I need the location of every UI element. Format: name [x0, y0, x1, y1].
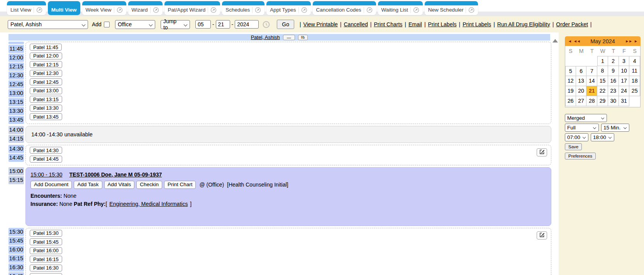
- prev-arrow-icon[interactable]: ◄: [568, 39, 571, 43]
- slot-button[interactable]: Patel 16:15: [30, 256, 62, 263]
- help-icon[interactable]: [252, 7, 261, 13]
- print-chart-button[interactable]: Print Chart: [164, 181, 196, 189]
- tab-week-view[interactable]: Week View: [82, 1, 126, 15]
- slot-button[interactable]: Patel 11:45: [30, 44, 62, 51]
- slot-button[interactable]: Patel 13:45: [30, 113, 62, 120]
- help-icon[interactable]: [150, 7, 159, 13]
- slot-button[interactable]: Patel 16:45: [30, 273, 62, 275]
- referring-physician-link[interactable]: Engineering, Medical Informatics: [109, 201, 188, 207]
- calendar-day-1[interactable]: 1: [597, 56, 608, 66]
- calendar-day-16[interactable]: 16: [608, 76, 619, 86]
- save-button[interactable]: Save: [565, 143, 582, 150]
- link-print-labels[interactable]: Print Labels: [428, 21, 457, 27]
- calendar-day-19[interactable]: 19: [565, 86, 576, 96]
- calendar-day-23[interactable]: 23: [608, 86, 619, 96]
- calendar-day-12[interactable]: 12: [565, 76, 576, 86]
- calendar-day-28[interactable]: 28: [586, 96, 597, 106]
- link-email[interactable]: Email: [408, 21, 422, 27]
- help-icon[interactable]: [34, 7, 42, 13]
- add-vitals-button[interactable]: Add Vitals: [104, 181, 135, 189]
- calendar-day-6[interactable]: 6: [576, 66, 587, 76]
- calendar-day-15[interactable]: 15: [597, 76, 608, 86]
- tab-appt-types[interactable]: Appt Types: [266, 1, 310, 15]
- year-input[interactable]: [235, 20, 259, 29]
- view-mode-select[interactable]: Merged: [565, 114, 607, 122]
- calendar-day-20[interactable]: 20: [576, 86, 587, 96]
- calendar-day-17[interactable]: 17: [619, 76, 630, 86]
- tab-multi-view[interactable]: Multi View: [48, 1, 80, 15]
- calendar-day-30[interactable]: 30: [608, 96, 619, 106]
- slot-button[interactable]: Patel 14:45: [30, 156, 62, 163]
- jump-to-select[interactable]: Jump to: [161, 20, 190, 29]
- add-document-button[interactable]: Add Document: [31, 181, 72, 189]
- tab-wizard[interactable]: Wizard: [128, 1, 163, 15]
- calendar-day-26[interactable]: 26: [565, 96, 576, 106]
- calendar-day-14[interactable]: 14: [586, 76, 597, 86]
- calendar-day-29[interactable]: 29: [597, 96, 608, 106]
- link-order-packet[interactable]: Order Packet: [556, 21, 588, 27]
- provider-header-link[interactable]: Patel, Ashish: [251, 34, 280, 40]
- calendar-day-9[interactable]: 9: [608, 66, 619, 76]
- link-view-printable[interactable]: View Printable: [303, 21, 338, 27]
- patient-link[interactable]: TEST-10006 Doe, Jane M 05-09-1937: [69, 171, 162, 178]
- next-arrow-icon[interactable]: ►: [634, 39, 637, 43]
- month-input[interactable]: [195, 20, 211, 29]
- start-time-select[interactable]: 07:00: [565, 133, 588, 141]
- tab-list-view[interactable]: List View: [7, 1, 46, 15]
- tab-schedules[interactable]: Schedules: [222, 1, 264, 15]
- next-double-arrow-icon[interactable]: ►►: [625, 39, 632, 43]
- slot-button[interactable]: Patel 14:30: [30, 147, 62, 154]
- slot-button[interactable]: Patel 13:30: [30, 105, 62, 112]
- calendar-day-8[interactable]: 8: [597, 66, 608, 76]
- help-icon[interactable]: [114, 7, 123, 13]
- tab-new-scheduler[interactable]: New Scheduler: [425, 1, 478, 15]
- help-icon[interactable]: [298, 7, 307, 13]
- calendar-day-18[interactable]: 18: [629, 76, 640, 86]
- slot-button[interactable]: Patel 12:45: [30, 78, 62, 85]
- appointment-block[interactable]: 15:00 - 15:30TEST-10006 Doe, Jane M 05-0…: [25, 167, 551, 226]
- provider-select[interactable]: Patel, Ashish: [8, 20, 88, 29]
- interval-select[interactable]: 15 Min.: [601, 124, 629, 132]
- tab-cancellation-codes[interactable]: Cancellation Codes: [313, 1, 376, 15]
- link-run-all-drug-eligibility[interactable]: Run All Drug Eligibility: [497, 21, 550, 27]
- scroll-up-icon[interactable]: [552, 39, 558, 42]
- slot-button[interactable]: Patel 16:00: [30, 247, 62, 254]
- calendar-day-24[interactable]: 24: [619, 86, 630, 96]
- slot-button[interactable]: Patel 13:00: [30, 87, 62, 94]
- calendar-day-25[interactable]: 25: [629, 86, 640, 96]
- appointment-time-link[interactable]: 15:00 - 15:30: [31, 171, 63, 178]
- link-cancelled[interactable]: Cancelled: [344, 21, 368, 27]
- fb-button[interactable]: f/b: [298, 35, 308, 40]
- collapse-button[interactable]: —: [283, 35, 295, 40]
- day-input[interactable]: [216, 20, 230, 29]
- add-task-button[interactable]: Add Task: [74, 181, 102, 189]
- calendar-day-5[interactable]: 5: [565, 66, 576, 76]
- link-print-labels[interactable]: Print Labels: [463, 21, 491, 27]
- add-checkbox[interactable]: [104, 22, 110, 27]
- slot-button[interactable]: Patel 15:30: [30, 230, 62, 237]
- calendar-day-3[interactable]: 3: [619, 56, 630, 66]
- calendar-day-7[interactable]: 7: [586, 66, 597, 76]
- calendar-day-31[interactable]: 31: [619, 96, 630, 106]
- scrollbar[interactable]: [551, 34, 559, 275]
- prev-double-arrow-icon[interactable]: ◄◄: [573, 39, 580, 43]
- facility-select[interactable]: Office: [115, 20, 155, 29]
- size-select[interactable]: Full: [565, 124, 599, 132]
- calendar-day-4[interactable]: 4: [629, 56, 640, 66]
- go-button[interactable]: Go: [277, 20, 294, 29]
- edit-slot-button[interactable]: [537, 148, 547, 156]
- link-print-charts[interactable]: Print Charts: [374, 21, 402, 27]
- calendar-day-21[interactable]: 21: [586, 86, 597, 96]
- calendar-day-11[interactable]: 11: [629, 66, 640, 76]
- help-icon[interactable]: [466, 7, 475, 13]
- calendar-day-10[interactable]: 10: [619, 66, 630, 76]
- clock-icon[interactable]: [263, 21, 270, 28]
- tab-pat-appt-wizard[interactable]: Pat/Appt Wizard: [164, 1, 220, 15]
- calendar-day-2[interactable]: 2: [608, 56, 619, 66]
- preferences-button[interactable]: Preferences: [565, 153, 596, 160]
- slot-button[interactable]: Patel 13:15: [30, 96, 62, 103]
- calendar-day-27[interactable]: 27: [576, 96, 587, 106]
- slot-button[interactable]: Patel 12:30: [30, 70, 62, 77]
- slot-button[interactable]: Patel 16:30: [30, 265, 62, 272]
- checkin-button[interactable]: Checkin: [136, 181, 162, 189]
